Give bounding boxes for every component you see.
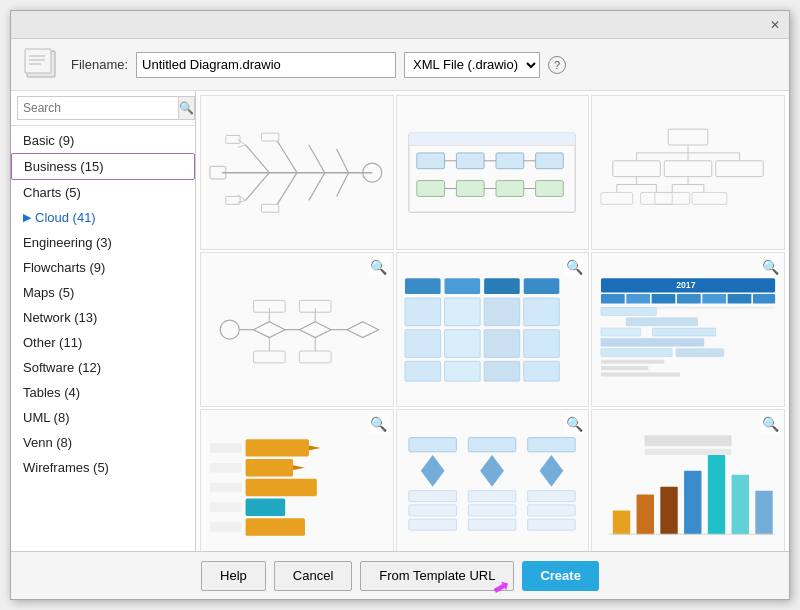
zoom-icon-7[interactable]: 🔍: [369, 414, 389, 434]
svg-line-19: [237, 200, 245, 202]
filename-input[interactable]: [136, 52, 396, 78]
svg-line-18: [237, 195, 245, 201]
svg-text:2017: 2017: [676, 280, 695, 290]
template-cell-3[interactable]: [591, 95, 785, 250]
svg-rect-47: [613, 161, 660, 177]
sidebar-item-other[interactable]: Other (11): [11, 330, 195, 355]
svg-line-12: [336, 149, 348, 173]
svg-rect-23: [261, 204, 278, 212]
sidebar-item-cloud[interactable]: ▶ Cloud (41): [11, 205, 195, 230]
close-button[interactable]: ✕: [767, 17, 783, 33]
svg-rect-61: [692, 192, 727, 204]
search-button[interactable]: 🔍: [179, 96, 195, 120]
template-cell-7[interactable]: 🔍: [200, 409, 394, 551]
titlebar: ✕: [11, 11, 789, 39]
svg-point-62: [220, 320, 239, 339]
svg-rect-96: [626, 294, 650, 303]
svg-line-10: [309, 145, 325, 173]
sidebar-item-business[interactable]: Business (15): [11, 153, 195, 180]
sidebar-item-basic[interactable]: Basic (9): [11, 128, 195, 153]
zoom-icon-9[interactable]: 🔍: [760, 414, 780, 434]
svg-rect-92: [524, 361, 560, 381]
header-row: Filename: XML File (.drawio) PNG File (.…: [11, 39, 789, 91]
svg-rect-137: [409, 519, 456, 530]
sidebar: 🔍 Basic (9) Business (15) Charts (5) ▶ C…: [11, 91, 196, 551]
sidebar-item-flowcharts[interactable]: Flowcharts (9): [11, 255, 195, 280]
template-cell-5[interactable]: 🔍: [396, 252, 590, 407]
svg-rect-49: [716, 161, 763, 177]
svg-rect-134: [409, 505, 456, 516]
svg-rect-37: [536, 180, 564, 196]
svg-rect-108: [601, 348, 672, 356]
svg-rect-1: [25, 49, 51, 73]
create-arrow-indicator: Create ➡: [522, 561, 598, 591]
svg-rect-30: [536, 153, 564, 169]
svg-rect-120: [210, 483, 242, 492]
svg-line-9: [277, 173, 297, 205]
sidebar-item-venn[interactable]: Venn (8): [11, 430, 195, 455]
svg-rect-139: [528, 519, 575, 530]
svg-marker-66: [299, 322, 331, 338]
svg-rect-88: [524, 330, 560, 358]
svg-rect-122: [210, 522, 242, 531]
svg-rect-55: [641, 192, 673, 204]
sidebar-item-network[interactable]: Network (13): [11, 305, 195, 330]
sidebar-item-wireframes[interactable]: Wireframes (5): [11, 455, 195, 480]
help-icon[interactable]: ?: [548, 56, 566, 74]
svg-rect-141: [613, 510, 630, 534]
svg-rect-105: [601, 328, 641, 336]
cancel-button[interactable]: Cancel: [274, 561, 352, 591]
zoom-icon-8[interactable]: 🔍: [564, 414, 584, 434]
svg-rect-104: [626, 318, 697, 326]
svg-rect-54: [601, 192, 633, 204]
filetype-select[interactable]: XML File (.drawio) PNG File (.png) SVG F…: [404, 52, 540, 78]
zoom-icon-4[interactable]: 🔍: [369, 257, 389, 277]
sidebar-item-maps[interactable]: Maps (5): [11, 280, 195, 305]
sidebar-item-uml[interactable]: UML (8): [11, 405, 195, 430]
svg-rect-21: [226, 196, 240, 204]
svg-rect-135: [469, 505, 516, 516]
svg-rect-111: [601, 366, 648, 370]
svg-rect-143: [660, 487, 677, 534]
main-content: 🔍 Basic (9) Business (15) Charts (5) ▶ C…: [11, 91, 789, 551]
sidebar-item-software[interactable]: Software (12): [11, 355, 195, 380]
svg-rect-101: [753, 294, 775, 303]
svg-rect-119: [210, 463, 242, 472]
template-cell-9[interactable]: 🔍: [591, 409, 785, 551]
svg-rect-109: [676, 348, 723, 356]
svg-rect-144: [684, 471, 701, 534]
search-input[interactable]: [17, 96, 179, 120]
svg-rect-27: [417, 153, 445, 169]
template-cell-6[interactable]: 🔍 2017: [591, 252, 785, 407]
svg-rect-35: [457, 180, 485, 196]
svg-rect-117: [245, 518, 304, 535]
template-cell-1[interactable]: [200, 95, 394, 250]
sidebar-item-tables[interactable]: Tables (4): [11, 380, 195, 405]
svg-rect-113: [245, 439, 308, 456]
svg-rect-127: [528, 437, 575, 451]
svg-rect-85: [405, 330, 441, 358]
svg-line-13: [336, 173, 348, 197]
svg-rect-138: [469, 519, 516, 530]
svg-rect-41: [668, 129, 708, 145]
search-container: 🔍: [11, 91, 195, 126]
template-cell-8[interactable]: 🔍: [396, 409, 590, 551]
footer: Help Cancel From Template URL Create ➡: [11, 551, 789, 599]
sidebar-item-engineering[interactable]: Engineering (3): [11, 230, 195, 255]
help-button[interactable]: Help: [201, 561, 266, 591]
zoom-icon-5[interactable]: 🔍: [564, 257, 584, 277]
template-cell-4[interactable]: 🔍: [200, 252, 394, 407]
svg-rect-74: [253, 351, 285, 363]
svg-rect-48: [664, 161, 711, 177]
svg-rect-22: [261, 133, 278, 141]
sidebar-item-charts[interactable]: Charts (5): [11, 180, 195, 205]
svg-rect-28: [457, 153, 485, 169]
template-cell-2[interactable]: [396, 95, 590, 250]
create-button[interactable]: Create: [522, 561, 598, 591]
template-url-button[interactable]: From Template URL: [360, 561, 514, 591]
svg-rect-36: [496, 180, 524, 196]
svg-rect-146: [732, 475, 749, 534]
svg-rect-125: [409, 437, 456, 451]
svg-marker-124: [293, 465, 305, 470]
zoom-icon-6[interactable]: 🔍: [760, 257, 780, 277]
